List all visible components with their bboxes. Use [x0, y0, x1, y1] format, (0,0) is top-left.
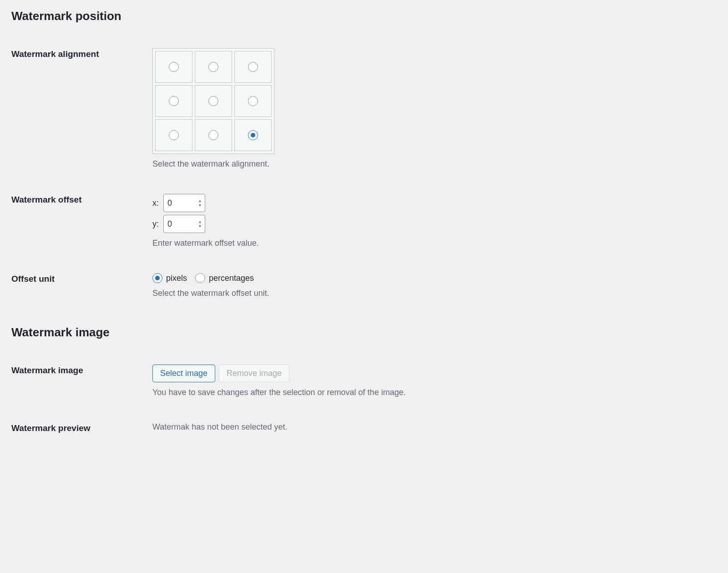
section-title-image: Watermark image — [11, 325, 717, 340]
align-bottom-center-radio[interactable] — [208, 130, 218, 140]
offset-x-input[interactable] — [167, 198, 190, 208]
align-middle-right-radio[interactable] — [248, 96, 258, 106]
content-offset: x: ▴ ▾ y: ▴ ▾ Enter watermark offset val… — [152, 194, 717, 248]
label-preview: Watermark preview — [11, 422, 152, 433]
label-unit: Offset unit — [11, 273, 152, 284]
label-image: Watermark image — [11, 365, 152, 375]
select-image-button[interactable]: Select image — [152, 365, 215, 382]
content-preview: Watermak has not been selected yet. — [152, 422, 717, 432]
content-unit: pixels percentages Select the watermark … — [152, 273, 717, 298]
offset-y-label: y: — [152, 219, 163, 229]
offset-x-up-icon[interactable]: ▴ — [199, 199, 201, 203]
preview-text: Watermak has not been selected yet. — [152, 422, 288, 432]
align-top-left-radio[interactable] — [169, 62, 179, 72]
alignment-description: Select the watermark alignment. — [152, 159, 717, 169]
offset-x-down-icon[interactable]: ▾ — [199, 203, 201, 207]
align-top-center-radio[interactable] — [208, 62, 218, 72]
offset-y-input[interactable] — [167, 219, 190, 229]
row-preview: Watermark preview Watermak has not been … — [11, 422, 717, 433]
label-alignment: Watermark alignment — [11, 48, 152, 59]
offset-y-spinners: ▴ ▾ — [199, 220, 201, 228]
unit-description: Select the watermark offset unit. — [152, 289, 717, 298]
offset-x-spinners: ▴ ▾ — [199, 199, 201, 207]
offset-y-line: y: ▴ ▾ — [152, 215, 717, 233]
align-middle-left-radio[interactable] — [169, 96, 179, 106]
content-alignment: Select the watermark alignment. — [152, 48, 717, 169]
align-bottom-left-radio[interactable] — [169, 130, 179, 140]
offset-x-line: x: ▴ ▾ — [152, 194, 717, 212]
offset-y-input-wrap: ▴ ▾ — [163, 215, 205, 233]
label-offset: Watermark offset — [11, 194, 152, 205]
row-offset: Watermark offset x: ▴ ▾ y: ▴ ▾ Enter wa — [11, 194, 717, 248]
offset-y-down-icon[interactable]: ▾ — [199, 224, 201, 228]
unit-pixels-label: pixels — [166, 274, 187, 283]
offset-description: Enter watermark offset value. — [152, 238, 717, 248]
unit-percentages-radio[interactable] — [195, 273, 205, 283]
remove-image-button[interactable]: Remove image — [219, 365, 289, 382]
row-unit: Offset unit pixels percentages Select th… — [11, 273, 717, 298]
alignment-grid — [152, 48, 274, 154]
image-description: You have to save changes after the selec… — [152, 388, 717, 397]
offset-y-up-icon[interactable]: ▴ — [199, 220, 201, 223]
row-image: Watermark image Select image Remove imag… — [11, 365, 717, 397]
align-bottom-right-radio[interactable] — [248, 130, 258, 140]
offset-x-label: x: — [152, 198, 163, 208]
row-alignment: Watermark alignment Select the watermark… — [11, 48, 717, 169]
unit-pixels-radio[interactable] — [152, 273, 162, 283]
content-image: Select image Remove image You have to sa… — [152, 365, 717, 397]
align-middle-center-radio[interactable] — [208, 96, 218, 106]
align-top-right-radio[interactable] — [248, 62, 258, 72]
unit-percentages-label: percentages — [209, 274, 254, 283]
section-title-position: Watermark position — [11, 9, 717, 23]
offset-x-input-wrap: ▴ ▾ — [163, 194, 205, 212]
